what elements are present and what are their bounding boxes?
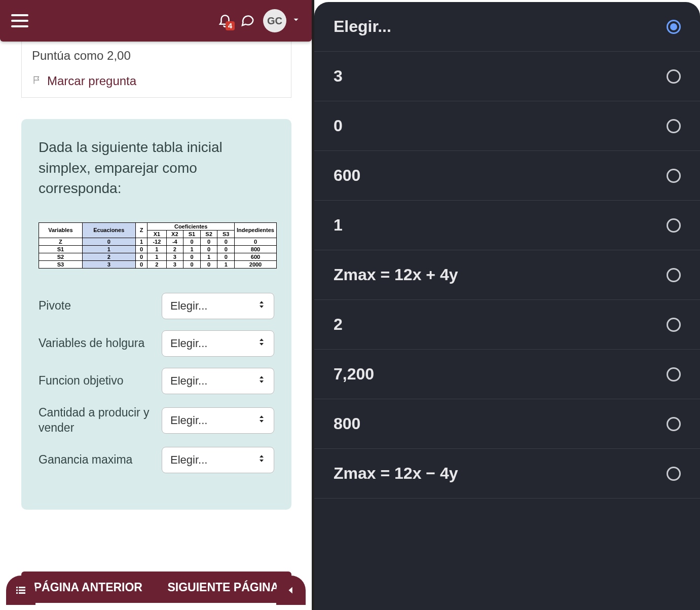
match-label: Pivote — [39, 298, 162, 314]
question-card: Dada la siguiente tabla inicial simplex,… — [21, 119, 291, 510]
radio-icon — [667, 367, 681, 382]
radio-icon — [667, 69, 681, 84]
notifications-button[interactable]: 4 — [217, 12, 233, 29]
match-row: Funcion objetivoElegir... — [39, 368, 274, 394]
th-s2: S2 — [200, 230, 217, 238]
match-label: Ganancia maxima — [39, 452, 162, 468]
question-prompt: Dada la siguiente tabla inicial simplex,… — [39, 137, 274, 199]
updown-icon — [257, 374, 266, 388]
svg-rect-0 — [16, 587, 18, 588]
match-row: Variables de holguraElegir... — [39, 330, 274, 357]
updown-icon — [257, 414, 266, 427]
radio-icon — [667, 218, 681, 233]
select-placeholder: Elegir... — [170, 414, 207, 427]
select-placeholder: Elegir... — [170, 337, 207, 350]
simplex-table: Variables Ecuaciones Z Coeficientes Inde… — [39, 222, 277, 269]
picker-option[interactable]: 7,200 — [314, 350, 700, 399]
table-row: Z01-12-40000 — [39, 238, 277, 245]
question-info-card: Puntúa como 2,00 Marcar pregunta — [21, 42, 291, 98]
match-rows: PivoteElegir...Variables de holguraElegi… — [39, 293, 274, 473]
next-page-button[interactable]: SIGUIENTE PÁGINA — [167, 581, 279, 594]
updown-icon — [257, 453, 266, 467]
match-row: Cantidad a producir y venderElegir... — [39, 405, 274, 436]
svg-rect-3 — [19, 590, 25, 591]
topbar: 4 GC — [0, 0, 312, 42]
match-select[interactable]: Elegir... — [162, 447, 274, 473]
picker-option-label: 3 — [334, 67, 343, 86]
th-ecuaciones: Ecuaciones — [82, 222, 135, 238]
table-row: S11012100800 — [39, 245, 277, 253]
radio-icon — [667, 417, 681, 431]
match-label: Cantidad a producir y vender — [39, 405, 162, 436]
picker-option-label: 600 — [334, 166, 360, 185]
notification-badge: 4 — [226, 21, 235, 30]
match-select[interactable]: Elegir... — [162, 368, 274, 394]
match-label: Funcion objetivo — [39, 373, 162, 389]
picker-option[interactable]: 800 — [314, 399, 700, 449]
picker-option[interactable]: 600 — [314, 151, 700, 201]
picker-option[interactable]: Zmax = 12x + 4y — [314, 250, 700, 300]
svg-rect-4 — [16, 592, 18, 594]
picker-option-label: 800 — [334, 414, 360, 433]
svg-rect-5 — [19, 592, 25, 594]
radio-icon — [667, 169, 681, 183]
updown-icon — [257, 299, 266, 313]
picker-option[interactable]: 2 — [314, 300, 700, 350]
picker-option[interactable]: 1 — [314, 201, 700, 250]
th-indep: Indepedientes — [235, 222, 277, 238]
picker-option[interactable]: Elegir... — [314, 2, 700, 52]
match-select[interactable]: Elegir... — [162, 330, 274, 357]
prev-page-button[interactable]: PÁGINA ANTERIOR — [34, 581, 142, 594]
picker-option-label: 7,200 — [334, 365, 374, 384]
bottom-nav: PÁGINA ANTERIOR SIGUIENTE PÁGINA — [21, 571, 291, 603]
match-row: PivoteElegir... — [39, 293, 274, 319]
radio-icon — [667, 119, 681, 133]
menu-icon[interactable] — [11, 14, 28, 27]
picker-option-label: 2 — [334, 315, 343, 334]
select-placeholder: Elegir... — [170, 299, 207, 313]
option-picker-panel: Elegir...306001Zmax = 12x + 4y27,200800Z… — [314, 2, 700, 610]
collapse-button[interactable] — [276, 576, 306, 605]
chevron-down-icon[interactable] — [291, 15, 301, 26]
select-placeholder: Elegir... — [170, 453, 207, 467]
picker-option[interactable]: Zmax = 12x − 4y — [314, 449, 700, 499]
question-list-button[interactable] — [6, 576, 35, 605]
radio-icon — [667, 467, 681, 481]
picker-option-label: 1 — [334, 216, 343, 235]
match-select[interactable]: Elegir... — [162, 293, 274, 319]
svg-rect-2 — [16, 590, 18, 591]
picker-option-label: Zmax = 12x + 4y — [334, 265, 458, 284]
picker-option-label: Elegir... — [334, 17, 391, 36]
match-select[interactable]: Elegir... — [162, 407, 274, 434]
avatar[interactable]: GC — [263, 9, 286, 32]
radio-icon — [667, 20, 681, 34]
flag-icon — [32, 75, 42, 87]
main-panel: 4 GC Puntúa como 2,00 Marcar pregunta Da… — [0, 0, 314, 610]
match-row: Ganancia maximaElegir... — [39, 447, 274, 473]
radio-icon — [667, 268, 681, 282]
th-z: Z — [135, 222, 148, 238]
messages-button[interactable] — [240, 12, 255, 29]
th-x1: X1 — [148, 230, 166, 238]
flag-question-link[interactable]: Marcar pregunta — [47, 74, 136, 88]
picker-option[interactable]: 0 — [314, 101, 700, 151]
score-text: Puntúa como 2,00 — [32, 49, 281, 63]
th-x2: X2 — [166, 230, 183, 238]
th-s1: S1 — [183, 230, 201, 238]
table-row: S330230012000 — [39, 260, 277, 268]
picker-option-label: Zmax = 12x − 4y — [334, 464, 458, 483]
select-placeholder: Elegir... — [170, 374, 207, 388]
svg-rect-1 — [19, 587, 25, 588]
picker-option[interactable]: 3 — [314, 52, 700, 101]
th-s3: S3 — [217, 230, 235, 238]
match-label: Variables de holgura — [39, 336, 162, 351]
updown-icon — [257, 337, 266, 350]
table-row: S22013010600 — [39, 253, 277, 260]
radio-icon — [667, 318, 681, 332]
picker-option-label: 0 — [334, 117, 343, 135]
th-coef: Coeficientes — [148, 222, 235, 230]
th-variables: Variables — [39, 222, 83, 238]
